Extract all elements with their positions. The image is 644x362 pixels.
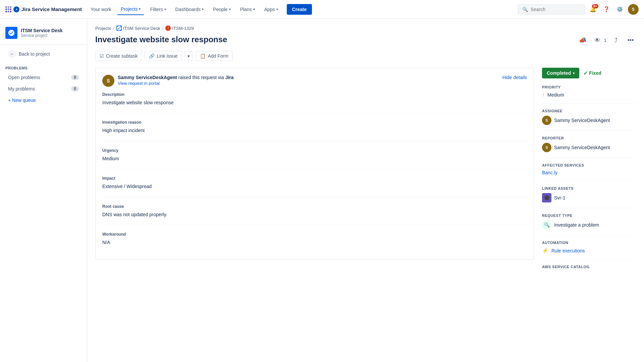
view-portal-link[interactable]: View request in portal xyxy=(118,81,234,86)
urgency-section: Urgency Medium xyxy=(102,148,527,169)
description-value: Investigate website slow response xyxy=(102,99,527,106)
main-layout: ITSM Service Desk Service project ← Back… xyxy=(0,19,644,362)
logo[interactable]: ✦ Jira Service Management xyxy=(5,6,82,12)
dashboards-chevron-icon: ▾ xyxy=(202,7,204,11)
nav-dashboards[interactable]: Dashboards ▾ xyxy=(172,4,207,15)
investigation-reason-value: High impact incident xyxy=(102,127,527,134)
main-content: Projects / ITSM Service Desk / ! ITSM-13… xyxy=(87,19,644,362)
fixed-badge: ✓ Fixed xyxy=(583,70,601,76)
notification-button[interactable]: 🔔 9+ xyxy=(588,4,598,15)
people-chevron-icon: ▾ xyxy=(229,7,231,11)
search-box[interactable]: 🔍 xyxy=(518,4,585,14)
request-type-section: Request Type 🔍 Investigate a problem xyxy=(542,214,636,235)
breadcrumb-project-icon xyxy=(116,25,122,31)
breadcrumb: Projects / ITSM Service Desk / ! ITSM-13… xyxy=(95,25,636,31)
aws-section: AWS Service Catalog xyxy=(542,265,636,277)
avatar[interactable]: S xyxy=(628,4,639,15)
grid-icon xyxy=(5,6,11,12)
status-row: Completed ▾ ✓ Fixed xyxy=(542,68,636,78)
project-name: ITSM Service Desk xyxy=(21,28,63,33)
watcher-count: 1 xyxy=(604,38,606,43)
description-label: Description xyxy=(102,92,527,97)
description-section: Description Investigate website slow res… xyxy=(102,92,527,113)
nav-projects[interactable]: Projects ▾ xyxy=(117,4,144,15)
issue-details: S Sammy ServiceDeskAgent raised this req… xyxy=(95,68,534,282)
page-header: Investigate website slow response 📣 👁 1 … xyxy=(95,35,636,46)
create-subtask-button[interactable]: ☑ Create subtask xyxy=(95,51,142,61)
watch-button[interactable]: 👁 xyxy=(592,35,603,46)
automation-section: Automation ⚡ Rule executions xyxy=(542,241,636,259)
share-button[interactable]: ⤴ xyxy=(610,35,621,46)
root-cause-value: DNS was not updated properly. xyxy=(102,211,527,218)
urgency-label: Urgency xyxy=(102,148,527,153)
plans-chevron-icon: ▾ xyxy=(253,7,255,11)
completed-chevron-icon: ▾ xyxy=(573,71,575,75)
logo-text: Jira Service Management xyxy=(21,6,82,12)
more-actions-button[interactable]: ▾ xyxy=(184,51,193,61)
topnav-right: 🔍 🔔 9+ ❓ ⚙️ S xyxy=(518,4,639,15)
priority-icon: ↑ xyxy=(542,92,545,98)
issue-icon: ! xyxy=(165,25,171,31)
completed-button[interactable]: Completed ▾ xyxy=(542,68,579,78)
link-icon: 🔗 xyxy=(149,53,155,59)
page-title: Investigate website slow response xyxy=(95,35,227,44)
reporter-section: Reporter S Sammy ServiceDeskAgent xyxy=(542,136,636,158)
megaphone-button[interactable]: 📣 xyxy=(577,35,588,46)
nav-people[interactable]: People ▾ xyxy=(210,4,234,15)
breadcrumb-issue-link[interactable]: ITSM-1329 xyxy=(172,26,194,31)
add-form-button[interactable]: 📋 Add Form xyxy=(196,51,232,61)
nav-apps[interactable]: Apps ▾ xyxy=(261,4,281,15)
settings-button[interactable]: ⚙️ xyxy=(614,4,625,15)
nav-filters[interactable]: Filters ▾ xyxy=(147,4,169,15)
breadcrumb-sep-1: / xyxy=(113,26,114,31)
more-options-button[interactable]: ••• xyxy=(625,35,636,46)
project-type: Service project xyxy=(21,33,63,38)
workaround-label: Workaround xyxy=(102,232,527,237)
priority-label: Priority xyxy=(542,85,636,89)
search-icon: 🔍 xyxy=(522,7,528,12)
requester-left: S Sammy ServiceDeskAgent raised this req… xyxy=(102,75,234,87)
create-button[interactable]: Create xyxy=(287,4,312,15)
hide-details-button[interactable]: Hide details xyxy=(502,75,527,80)
linked-assets-value: ⬛ Svr-1 xyxy=(542,193,636,202)
affected-services-value: Banc.ly xyxy=(542,170,636,175)
linked-assets-label: LINKED ASSETS xyxy=(542,186,636,190)
watchers: 👁 1 xyxy=(592,35,606,46)
lightning-icon: ⚡ xyxy=(542,247,549,254)
automation-link[interactable]: Rule executions xyxy=(551,248,585,253)
request-type-value: 🔍 Investigate a problem xyxy=(542,220,636,230)
assignee-section: Assignee S Sammy ServiceDeskAgent xyxy=(542,109,636,131)
assignee-value: S Sammy ServiceDeskAgent xyxy=(542,116,636,125)
project-info: ITSM Service Desk Service project xyxy=(21,28,63,38)
breadcrumb-projects-link[interactable]: Projects xyxy=(95,26,111,31)
new-queue-button[interactable]: + New queue xyxy=(3,95,84,106)
right-panel: Completed ▾ ✓ Fixed Priority ↑ Medium xyxy=(542,68,636,282)
topnav: ✦ Jira Service Management Your work Proj… xyxy=(0,0,644,19)
problems-section-label: Problems xyxy=(0,62,87,71)
jira-icon: ✦ xyxy=(13,6,19,12)
assignee-avatar: S xyxy=(542,116,551,125)
breadcrumb-project-link[interactable]: ITSM Service Desk xyxy=(116,25,160,31)
affected-services-section: Affected services Banc.ly xyxy=(542,163,636,181)
impact-label: Impact xyxy=(102,176,527,181)
automation-value: ⚡ Rule executions xyxy=(542,247,636,254)
impact-value: Extensive / Widespread xyxy=(102,183,527,190)
requester-avatar: S xyxy=(102,75,114,87)
investigation-reason-section: Investigation reason High impact inciden… xyxy=(102,120,527,141)
back-icon: ← xyxy=(8,50,16,58)
reporter-avatar: S xyxy=(542,143,551,152)
search-input[interactable] xyxy=(531,7,581,12)
reporter-label: Reporter xyxy=(542,136,636,140)
sidebar-item-my-problems[interactable]: My problems 0 xyxy=(3,83,84,94)
sidebar-item-open-problems[interactable]: Open problems 0 xyxy=(3,72,84,83)
requester-info: S Sammy ServiceDeskAgent raised this req… xyxy=(102,75,527,87)
nav-your-work[interactable]: Your work xyxy=(87,4,115,15)
workaround-value: N/A xyxy=(102,239,527,246)
affected-services-link[interactable]: Banc.ly xyxy=(542,170,557,175)
nav-plans[interactable]: Plans ▾ xyxy=(237,4,258,15)
link-issue-button[interactable]: 🔗 Link issue xyxy=(145,51,182,61)
subtask-icon: ☑ xyxy=(100,53,104,59)
back-to-project-button[interactable]: ← Back to project xyxy=(3,47,84,61)
help-button[interactable]: ❓ xyxy=(601,4,612,15)
reporter-value: S Sammy ServiceDeskAgent xyxy=(542,143,636,152)
